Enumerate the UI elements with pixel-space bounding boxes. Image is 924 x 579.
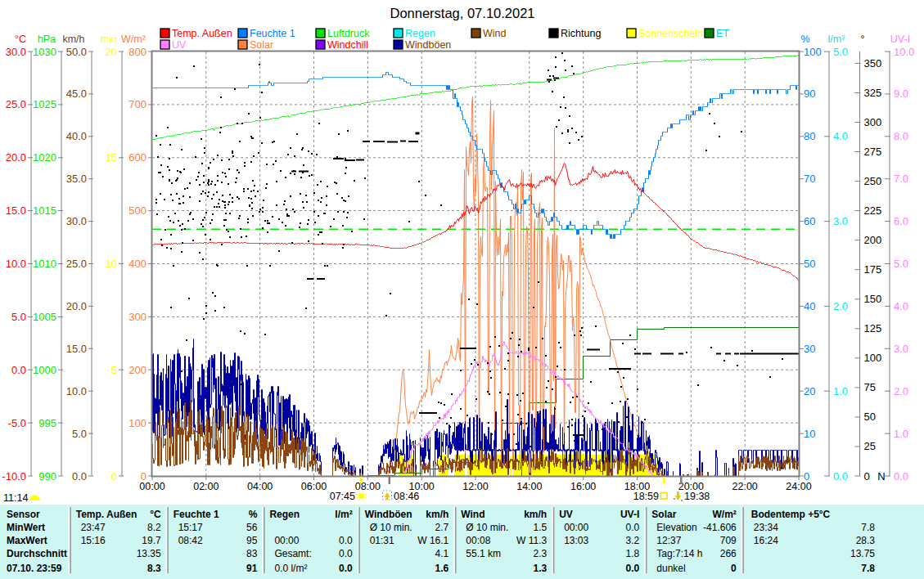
svg-text:Ø 10 min.: Ø 10 min. <box>370 522 412 533</box>
svg-text:-41.606: -41.606 <box>703 522 737 533</box>
svg-text:7.8: 7.8 <box>861 563 875 574</box>
svg-text:40: 40 <box>804 300 815 312</box>
svg-text:300: 300 <box>128 311 146 323</box>
svg-text:Temp. Außen: Temp. Außen <box>76 509 137 520</box>
svg-text:1.8: 1.8 <box>626 548 640 559</box>
svg-text:2.0: 2.0 <box>833 300 848 312</box>
svg-text:56: 56 <box>246 522 258 533</box>
svg-text:Richtung: Richtung <box>561 28 601 39</box>
svg-text:dunkel: dunkel <box>656 563 685 574</box>
svg-text:19:38: 19:38 <box>684 491 710 502</box>
svg-text:75: 75 <box>864 381 876 393</box>
svg-text:709: 709 <box>720 535 737 546</box>
svg-text:18:59: 18:59 <box>633 491 659 502</box>
svg-text:6.0: 6.0 <box>894 215 908 227</box>
svg-text:4.0: 4.0 <box>833 130 848 142</box>
svg-text:325: 325 <box>864 87 882 99</box>
svg-text:995: 995 <box>38 417 56 429</box>
svg-text:1.6: 1.6 <box>435 563 449 574</box>
svg-text:23:47: 23:47 <box>81 522 106 533</box>
svg-text:50.0: 50.0 <box>66 46 87 58</box>
svg-text:0: 0 <box>111 470 117 482</box>
svg-text:350: 350 <box>864 57 882 70</box>
svg-text:700: 700 <box>128 98 146 110</box>
svg-text:hPa: hPa <box>38 34 56 45</box>
svg-text:1000: 1000 <box>33 364 56 376</box>
svg-text:125: 125 <box>864 322 882 334</box>
svg-text:1.3: 1.3 <box>534 563 548 574</box>
svg-text:Sonnenschein: Sonnenschein <box>638 28 703 39</box>
svg-text:-10.0: -10.0 <box>2 470 26 482</box>
svg-text:11:14: 11:14 <box>3 492 28 504</box>
svg-text:0: 0 <box>864 470 870 482</box>
svg-text:Donnerstag, 07.10.2021: Donnerstag, 07.10.2021 <box>390 6 534 20</box>
svg-text:1005: 1005 <box>33 311 56 323</box>
svg-text:100: 100 <box>864 352 882 364</box>
svg-text:1.0: 1.0 <box>894 428 908 440</box>
svg-text:3.0: 3.0 <box>833 215 848 227</box>
svg-text:0: 0 <box>731 563 737 574</box>
svg-text:15.0: 15.0 <box>66 343 87 355</box>
svg-text:10.0: 10.0 <box>894 46 914 58</box>
svg-text:Elevation: Elevation <box>656 522 696 533</box>
svg-text:8.2: 8.2 <box>147 522 161 533</box>
svg-text:Feuchte 1: Feuchte 1 <box>174 509 219 520</box>
svg-text:20.0: 20.0 <box>6 151 26 164</box>
svg-text:9.0: 9.0 <box>894 88 908 100</box>
svg-text:Ø 10 min.: Ø 10 min. <box>466 522 508 533</box>
svg-text:25: 25 <box>864 440 876 452</box>
svg-text:Windböen: Windböen <box>365 509 412 520</box>
svg-text:Regen: Regen <box>269 509 300 520</box>
svg-text:Solar: Solar <box>250 39 273 51</box>
svg-text:km/h: km/h <box>426 509 448 520</box>
svg-text:08:42: 08:42 <box>178 535 203 546</box>
svg-text:100: 100 <box>804 46 822 58</box>
svg-text:Temp. Außen: Temp. Außen <box>172 28 232 39</box>
svg-text:30.0: 30.0 <box>66 215 87 227</box>
svg-text:1.5: 1.5 <box>534 522 548 533</box>
svg-text:16:24: 16:24 <box>754 535 778 546</box>
svg-text:1025: 1025 <box>33 98 56 110</box>
svg-text:12:37: 12:37 <box>656 535 681 546</box>
svg-text:Gesamt:: Gesamt: <box>274 548 311 559</box>
svg-text:250: 250 <box>864 175 882 187</box>
svg-text:28.3: 28.3 <box>856 535 876 546</box>
svg-text:30.0: 30.0 <box>6 46 26 58</box>
svg-text:l/m²: l/m² <box>828 34 845 45</box>
svg-text:00:08: 00:08 <box>466 535 490 546</box>
svg-text:Wind: Wind <box>483 28 507 39</box>
svg-text:20: 20 <box>106 46 117 58</box>
svg-text:0.0: 0.0 <box>894 470 908 482</box>
svg-text:15:17: 15:17 <box>178 522 203 533</box>
svg-text:1.0: 1.0 <box>833 385 848 397</box>
svg-text:l/m²: l/m² <box>335 509 352 520</box>
svg-text:50: 50 <box>864 411 876 423</box>
svg-text:MinWert: MinWert <box>7 522 45 533</box>
svg-text:min: min <box>101 34 117 45</box>
svg-text:Windchill: Windchill <box>327 39 368 51</box>
svg-text:MaxWert: MaxWert <box>7 535 47 546</box>
svg-text:N: N <box>877 470 885 482</box>
svg-text:35.0: 35.0 <box>66 173 87 185</box>
svg-text:08:46: 08:46 <box>394 491 419 502</box>
svg-text:80: 80 <box>804 130 815 142</box>
svg-text:100: 100 <box>128 417 146 429</box>
svg-text:Wind: Wind <box>461 509 485 520</box>
svg-text:4.0: 4.0 <box>894 300 908 312</box>
svg-text:0.0: 0.0 <box>626 522 640 533</box>
svg-text:12:00: 12:00 <box>462 481 488 492</box>
svg-text:266: 266 <box>720 548 737 559</box>
svg-text:0.0: 0.0 <box>72 470 87 482</box>
svg-text:0.0: 0.0 <box>339 535 353 546</box>
svg-text:Feuchte 1: Feuchte 1 <box>250 28 295 39</box>
svg-text:UV-I: UV-I <box>620 509 639 520</box>
svg-text:7.0: 7.0 <box>894 173 908 185</box>
svg-text:0.0 l/m²: 0.0 l/m² <box>274 563 307 574</box>
svg-text:200: 200 <box>128 364 146 376</box>
svg-text:5.0: 5.0 <box>833 46 848 58</box>
svg-text:10: 10 <box>804 428 815 440</box>
svg-text:07.10. 23:59: 07.10. 23:59 <box>7 563 62 574</box>
svg-text:150: 150 <box>864 293 882 305</box>
svg-text:30: 30 <box>804 343 815 355</box>
svg-text:Durchschnitt: Durchschnitt <box>7 548 67 559</box>
